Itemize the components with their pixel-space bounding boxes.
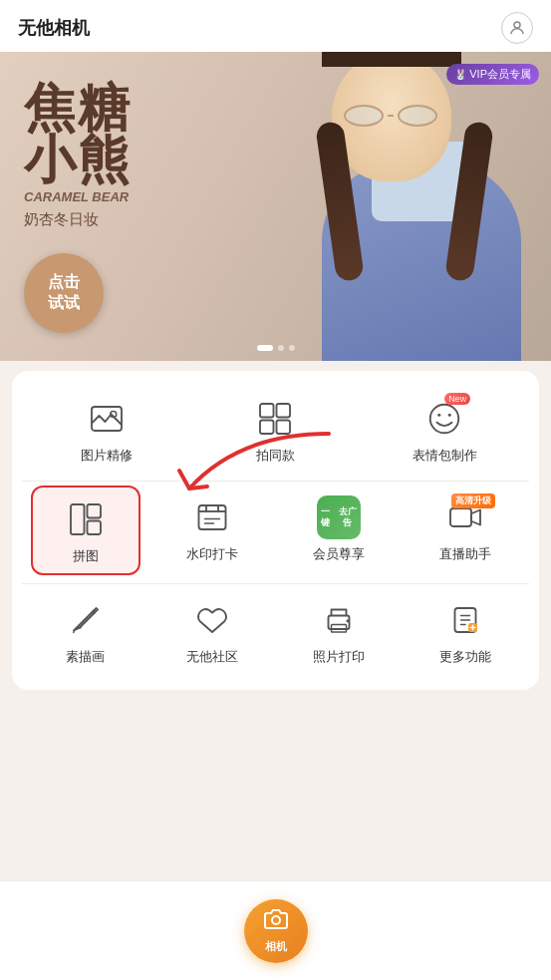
banner-btn-line2: 试试 xyxy=(48,293,80,314)
vip-badge-label: VIP会员专属 xyxy=(469,67,531,82)
svg-point-17 xyxy=(347,619,350,622)
collage-label: 拼图 xyxy=(73,547,99,565)
more-icon xyxy=(443,598,487,642)
bottom-bar: 相机 xyxy=(0,880,551,980)
camera-button[interactable]: 相机 xyxy=(244,899,308,963)
svg-point-9 xyxy=(448,414,451,417)
banner: 焦糖 小熊 CARAMEL BEAR 奶杏冬日妆 点击 试试 VIP会员专属 xyxy=(0,52,551,361)
photo-retouch-label: 图片精修 xyxy=(81,447,133,465)
svg-rect-3 xyxy=(260,404,274,418)
sketch-icon xyxy=(64,598,108,642)
svg-point-0 xyxy=(514,22,520,28)
feature-photo-retouch[interactable]: 图片精修 xyxy=(52,387,161,473)
feature-emoji-make[interactable]: New 表情包制作 xyxy=(390,387,499,473)
banner-dots xyxy=(257,345,295,351)
banner-title-cn: 焦糖 小熊 xyxy=(24,82,132,185)
dot-3 xyxy=(289,345,295,351)
feature-grid: 图片精修 拍同款 New xyxy=(12,371,539,690)
new-badge: New xyxy=(444,393,470,405)
banner-try-button[interactable]: 点击 试试 xyxy=(24,253,104,333)
watermark-label: 水印打卡 xyxy=(186,545,238,563)
svg-point-8 xyxy=(437,414,440,417)
grid-row-3: 素描画 无他社区 照片打印 xyxy=(22,588,529,674)
feature-print[interactable]: 照片打印 xyxy=(284,588,394,674)
feature-more[interactable]: 更多功能 xyxy=(411,588,520,674)
print-icon xyxy=(317,598,361,642)
red-arrow xyxy=(159,429,339,512)
live-label: 直播助手 xyxy=(439,545,491,563)
svg-rect-14 xyxy=(450,508,471,526)
divider-2 xyxy=(22,583,529,584)
feature-sketch[interactable]: 素描画 xyxy=(31,588,140,674)
svg-point-7 xyxy=(430,405,459,434)
feature-community[interactable]: 无他社区 xyxy=(157,588,267,674)
emoji-make-icon: New xyxy=(422,397,466,441)
svg-rect-4 xyxy=(277,404,291,418)
svg-rect-10 xyxy=(71,504,85,534)
svg-rect-11 xyxy=(87,504,101,518)
collage-icon xyxy=(64,497,108,541)
banner-title-en: CARAMEL BEAR xyxy=(24,189,132,204)
member-label: 会员尊享 xyxy=(313,545,365,563)
profile-avatar[interactable] xyxy=(501,12,533,44)
community-icon xyxy=(190,598,234,642)
dot-1 xyxy=(257,345,273,351)
more-label: 更多功能 xyxy=(439,648,491,666)
feature-live[interactable]: 高清升级 直播助手 xyxy=(411,486,520,575)
vip-badge[interactable]: VIP会员专属 xyxy=(446,64,539,85)
hd-badge: 高清升级 xyxy=(451,493,495,508)
emoji-make-label: 表情包制作 xyxy=(413,447,477,465)
feature-collage[interactable]: 拼图 xyxy=(31,486,140,575)
svg-rect-12 xyxy=(87,521,101,535)
camera-label: 相机 xyxy=(265,939,287,954)
dot-2 xyxy=(278,345,284,351)
camera-icon xyxy=(264,907,288,937)
photo-retouch-icon xyxy=(85,397,129,441)
sketch-label: 素描画 xyxy=(66,648,105,666)
banner-image xyxy=(242,52,551,361)
banner-subtitle: 奶杏冬日妆 xyxy=(24,210,132,229)
svg-point-20 xyxy=(272,916,280,924)
banner-text-block: 焦糖 小熊 CARAMEL BEAR 奶杏冬日妆 点击 试试 xyxy=(24,82,132,333)
app-title: 无他相机 xyxy=(18,16,90,40)
live-icon: 高清升级 xyxy=(443,495,487,539)
header: 无他相机 xyxy=(0,0,551,52)
community-label: 无他社区 xyxy=(186,648,238,666)
banner-btn-line1: 点击 xyxy=(48,272,80,293)
print-label: 照片打印 xyxy=(313,648,365,666)
